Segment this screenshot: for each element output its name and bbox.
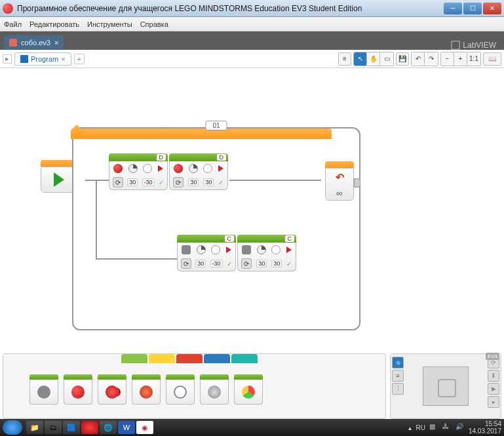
program-tab-label: Program xyxy=(31,55,58,63)
program-tab[interactable]: Program × xyxy=(14,52,71,66)
tray-arrow-icon[interactable]: ▴ xyxy=(408,424,412,431)
mode-select[interactable]: ⟳ xyxy=(113,177,123,188)
palette-tab-sensor[interactable] xyxy=(176,354,203,363)
dial-icon xyxy=(189,164,198,173)
usb-tab-icon[interactable]: ⎋ xyxy=(392,357,404,368)
brake-check[interactable]: ✓ xyxy=(218,179,223,186)
palette-large-motor[interactable] xyxy=(64,374,92,407)
circle-icon xyxy=(143,164,152,173)
power-value[interactable]: 30 xyxy=(195,260,206,268)
svg-rect-0 xyxy=(452,41,459,49)
project-tab-bar: собо.ev3 × LabVIEW xyxy=(0,31,504,50)
power-value[interactable]: 30 xyxy=(271,260,282,268)
palette-display[interactable] xyxy=(166,374,195,407)
palette-medium-motor[interactable] xyxy=(29,374,58,407)
volume-icon[interactable]: 🔊 xyxy=(456,423,465,432)
pointer-tool[interactable]: ↖ xyxy=(354,52,367,66)
taskbar-chrome-icon[interactable]: 🌐 xyxy=(100,421,117,434)
circle-icon xyxy=(271,245,281,254)
port-label[interactable]: C xyxy=(225,235,235,242)
palette-tab-data[interactable] xyxy=(204,354,230,363)
zoom-in-button[interactable]: + xyxy=(454,52,467,66)
power-value[interactable]: 30 xyxy=(127,178,138,186)
power-value[interactable]: 30 xyxy=(256,260,267,268)
motor-block-c2[interactable]: C ⟳ 30 30 ✓ xyxy=(237,235,296,281)
taskbar-folder-icon[interactable]: 🗂 xyxy=(45,421,62,434)
run-selected-button[interactable]: ▸ xyxy=(488,396,499,408)
mode-select[interactable]: ⟳ xyxy=(173,177,184,188)
power-value[interactable]: 30 xyxy=(188,178,199,186)
close-program-icon[interactable]: × xyxy=(61,55,65,63)
menu-help[interactable]: Справка xyxy=(140,20,168,28)
palette-sound[interactable] xyxy=(200,374,229,407)
play-direction-icon xyxy=(286,247,292,253)
zoom-out-button[interactable]: − xyxy=(441,52,454,66)
medium-motor-icon xyxy=(182,245,191,254)
port-label[interactable]: C xyxy=(285,235,295,242)
taskbar-ev3-icon[interactable]: ◉ xyxy=(136,421,153,434)
program-icon xyxy=(20,55,28,63)
motor-block-c1[interactable]: C ⟳ 30 -30 ✓ xyxy=(177,235,236,281)
language-indicator[interactable]: RU xyxy=(416,424,425,431)
run-button[interactable]: ▶ xyxy=(488,383,499,395)
taskbar-word-icon[interactable]: W xyxy=(118,421,135,434)
taskbar-app-icon[interactable]: 🟦 xyxy=(63,421,80,434)
start-button[interactable] xyxy=(3,420,22,435)
port-label[interactable]: D xyxy=(217,154,227,161)
mode-select[interactable]: ⟳ xyxy=(181,258,191,269)
maximize-button[interactable]: ☐ xyxy=(463,3,482,14)
loop-end-block[interactable]: ↶ ∞ xyxy=(325,161,354,203)
system-clock[interactable]: 15:54 14.03.2017 xyxy=(469,420,501,435)
power-value[interactable]: 30 xyxy=(203,178,214,186)
expand-icon[interactable]: ▸ xyxy=(3,54,12,64)
dial-icon xyxy=(197,245,206,254)
palette-tab-advanced[interactable] xyxy=(231,354,258,363)
brake-check[interactable]: ✓ xyxy=(227,260,232,268)
add-program-button[interactable]: + xyxy=(74,54,85,64)
wifi-tab-icon[interactable]: ⋮ xyxy=(392,383,404,395)
brake-check[interactable]: ✓ xyxy=(159,179,164,186)
power-value[interactable]: -30 xyxy=(210,260,223,268)
program-canvas[interactable]: 01 ↶ ∞ D ⟳ 30 -30 xyxy=(0,68,504,344)
zoom-fit-button[interactable]: 1:1 xyxy=(467,52,480,66)
palette-tab-action[interactable] xyxy=(121,354,147,363)
palette-move-steering[interactable] xyxy=(98,374,126,407)
bt-tab-icon[interactable]: ≡ xyxy=(392,370,404,382)
power-value[interactable]: -30 xyxy=(142,178,155,186)
menu-tools[interactable]: Инструменты xyxy=(87,20,132,28)
pan-tool[interactable]: ✋ xyxy=(367,52,380,66)
play-direction-icon xyxy=(218,165,223,172)
palette-brick-status[interactable] xyxy=(234,374,263,407)
menu-edit[interactable]: Редактировать xyxy=(29,20,79,28)
save-button[interactable]: 💾 xyxy=(396,52,409,66)
motor-icon xyxy=(174,164,183,173)
labview-logo: LabVIEW xyxy=(451,41,500,50)
project-tab[interactable]: собо.ev3 × xyxy=(4,35,64,50)
port-label[interactable]: D xyxy=(157,154,166,161)
loop-infinity-icon[interactable]: ∞ xyxy=(336,188,342,198)
taskbar-explorer-icon[interactable]: 📁 xyxy=(26,421,43,434)
palette-move-tank[interactable] xyxy=(132,374,161,407)
network-icon[interactable]: 🖧 xyxy=(442,423,452,432)
motor-block-d1[interactable]: D ⟳ 30 -30 ✓ xyxy=(109,153,168,199)
close-button[interactable]: ✕ xyxy=(483,3,501,14)
play-direction-icon xyxy=(226,247,231,253)
download-button[interactable]: ⬇ xyxy=(488,370,499,382)
flag-icon[interactable]: ▩ xyxy=(429,423,438,432)
wire xyxy=(96,258,177,260)
taskbar-opera-icon[interactable] xyxy=(81,421,98,434)
motor-block-d2[interactable]: D ⟳ 30 30 ✓ xyxy=(169,153,228,199)
close-tab-icon[interactable]: × xyxy=(54,39,58,47)
redo-button[interactable]: ↷ xyxy=(425,52,438,66)
undo-button[interactable]: ↶ xyxy=(412,52,425,66)
list-button[interactable]: ≡ xyxy=(338,52,351,66)
palette-tab-flow[interactable] xyxy=(149,354,175,363)
comment-tool[interactable]: ▭ xyxy=(380,52,393,66)
brake-check[interactable]: ✓ xyxy=(286,260,292,268)
menubar: Файл Редактировать Инструменты Справка xyxy=(0,17,504,31)
help-button[interactable]: 📖 xyxy=(483,52,501,66)
minimize-button[interactable]: ─ xyxy=(444,3,462,14)
mode-select[interactable]: ⟳ xyxy=(241,258,252,269)
loop-counter-label[interactable]: 01 xyxy=(205,121,227,130)
menu-file[interactable]: Файл xyxy=(4,20,22,28)
